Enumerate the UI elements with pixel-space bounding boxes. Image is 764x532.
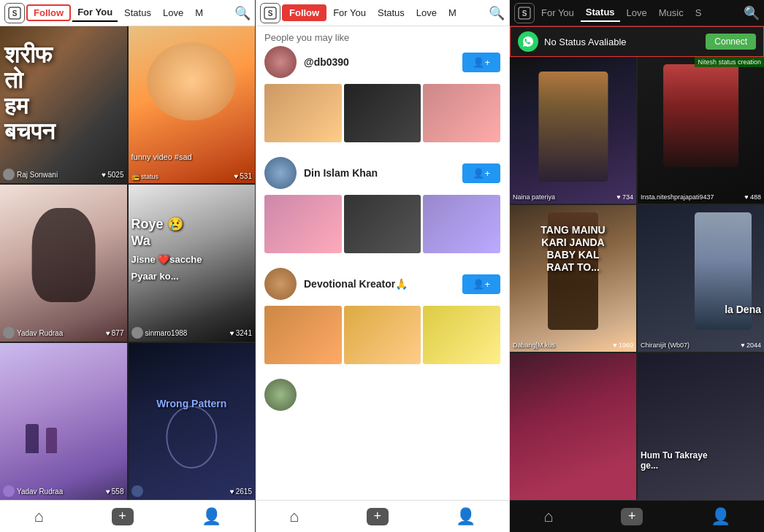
right-video-card-2[interactable]: Nitesh status creation Insta.niteshpraja… <box>638 57 764 204</box>
left-video-card-3[interactable]: Yadav Rudraa ♥ 877 <box>0 185 127 342</box>
right-status-banner: No Status Avaliable Connect <box>510 26 764 57</box>
left-card2-likes: ♥ 531 <box>234 172 252 180</box>
right-tab-s[interactable]: S <box>690 4 707 21</box>
mid-people-header: People you may like <box>256 26 509 46</box>
right-card4-author: Chiranijit (Wb07) <box>641 342 689 349</box>
left-card1-text: शरीफतोहमबचपन <box>4 42 55 145</box>
mid-search-icon[interactable]: 🔍 <box>489 5 505 21</box>
left-profile-icon[interactable]: 👤 <box>202 507 221 526</box>
right-search-icon[interactable]: 🔍 <box>744 5 760 21</box>
right-profile-icon[interactable]: 👤 <box>711 507 730 526</box>
mid-person-4-avatar <box>264 379 297 411</box>
mid-person-1-thumb-1 <box>264 84 342 142</box>
right-add-icon[interactable]: + <box>621 508 643 525</box>
mid-profile-icon[interactable]: 👤 <box>456 507 475 526</box>
right-card3-author: Dabang[M.kus <box>513 342 555 349</box>
right-card3-likes: ♥ 1960 <box>613 342 633 349</box>
mid-person-2-row: Din Islam Khan 👤+ <box>264 157 500 189</box>
mid-add-icon[interactable]: + <box>367 508 389 525</box>
mid-person-3-thumbs <box>264 306 500 364</box>
left-tab-love[interactable]: Love <box>158 4 188 21</box>
right-video-card-4[interactable]: la Dena Chiranijit (Wb07) ♥ 2044 <box>638 205 764 352</box>
mid-person-1-thumbs <box>264 84 500 142</box>
mid-tab-foryou[interactable]: For You <box>328 4 371 21</box>
right-status-text: No Status Avaliable <box>544 36 700 47</box>
mid-person-3-avatar <box>264 268 297 300</box>
right-card1-author: Naina pateriya <box>513 193 555 201</box>
mid-tab-more[interactable]: M <box>443 4 462 21</box>
right-bottom-nav: ⌂ + 👤 <box>510 500 764 532</box>
mid-person-1-avatar <box>264 46 297 78</box>
right-card2-bottom: Insta.niteshprajapati9437 ♥ 488 <box>641 193 761 201</box>
left-card3-avatar <box>3 327 15 339</box>
left-home-icon[interactable]: ⌂ <box>34 507 43 526</box>
left-video-card-5[interactable]: Yadav Rudraa ♥ 558 <box>0 343 127 500</box>
add-user-icon-2: 👤+ <box>473 168 490 179</box>
right-video-card-3[interactable]: TANG MAINUKARI JANDABABY KALRAAT TO... D… <box>510 205 636 352</box>
left-card1-avatar <box>3 169 15 180</box>
mid-person-3-thumb-3 <box>423 306 500 364</box>
right-tab-love[interactable]: Love <box>622 4 652 21</box>
left-tab-follow[interactable]: Follow <box>26 4 71 21</box>
right-card2-banner: Nitesh status creation <box>695 57 764 67</box>
mid-person-3-thumb-1 <box>264 306 342 364</box>
right-video-card-5[interactable] <box>510 353 636 500</box>
mid-person-2-thumb-3 <box>423 195 500 253</box>
mid-people-list: @db0390 👤+ Din Islam Khan 👤+ <box>256 46 509 500</box>
left-card3-bottom: Yadav Rudraa ♥ 877 <box>3 327 124 339</box>
left-video-card-6[interactable]: Wrong Pattern ♥ 2615 <box>129 343 256 500</box>
left-add-icon[interactable]: + <box>112 508 134 525</box>
left-logo: S <box>4 3 25 23</box>
left-video-card-4[interactable]: Roye 😢WaJisne ❤️sacchePyaar ko... sinmar… <box>129 185 256 342</box>
right-tab-music[interactable]: Music <box>654 4 689 21</box>
left-tab-foryou[interactable]: For You <box>72 4 118 22</box>
right-video-card-1[interactable]: Naina pateriya ♥ 734 <box>510 57 636 204</box>
mid-logo: S <box>260 3 280 23</box>
mid-person-2-avatar <box>264 157 297 189</box>
left-video-card-2[interactable]: funny video #sad 📻 status ♥ 531 <box>129 26 256 183</box>
left-panel: S Follow For You Status Love M 🔍 शरीफतोह… <box>0 0 256 532</box>
left-card2-author: 📻 status <box>131 173 159 180</box>
left-card5-bottom: Yadav Rudraa ♥ 558 <box>3 485 124 497</box>
right-connect-btn[interactable]: Connect <box>706 34 756 50</box>
right-panel: S For You Status Love Music S 🔍 No Statu… <box>510 0 764 532</box>
svg-text:S: S <box>522 9 527 18</box>
left-card3-likes: ♥ 877 <box>106 329 124 337</box>
left-card5-likes: ♥ 558 <box>106 487 124 496</box>
add-user-icon-3: 👤+ <box>473 279 490 290</box>
mid-nav-bar: S Follow For You Status Love M 🔍 <box>256 0 509 26</box>
right-card3-overlay: TANG MAINUKARI JANDABABY KALRAAT TO... <box>540 225 605 274</box>
left-search-icon[interactable]: 🔍 <box>234 5 251 21</box>
mid-home-icon[interactable]: ⌂ <box>289 507 299 526</box>
right-video-card-6[interactable]: Hum Tu Takrayege... <box>638 353 764 500</box>
right-card6-overlay: Hum Tu Takrayege... <box>641 450 708 471</box>
svg-text:S: S <box>12 9 18 18</box>
right-card1-likes: ♥ 734 <box>616 193 633 201</box>
mid-person-3: Devotional Kreator🙏 👤+ <box>264 268 500 364</box>
right-tab-foryou[interactable]: For You <box>536 4 579 21</box>
mid-person-1-follow-btn[interactable]: 👤+ <box>462 53 500 72</box>
left-card1-bottom: Raj Sonwani ♥ 5025 <box>3 169 124 180</box>
right-home-icon[interactable]: ⌂ <box>543 507 553 526</box>
left-card1-likes: ♥ 5025 <box>102 171 123 179</box>
right-card3-bottom: Dabang[M.kus ♥ 1960 <box>513 342 633 349</box>
left-card4-bottom: sinmaro1988 ♥ 3241 <box>131 327 253 339</box>
left-card4-avatar <box>131 327 143 339</box>
mid-tab-status[interactable]: Status <box>373 4 410 21</box>
left-card6-likes: ♥ 2615 <box>230 487 252 496</box>
right-card2-author: Insta.niteshprajapati9437 <box>641 193 714 201</box>
left-video-card-1[interactable]: शरीफतोहमबचपन Raj Sonwani ♥ 5025 <box>0 26 127 183</box>
mid-tab-love[interactable]: Love <box>411 4 442 21</box>
mid-person-2-follow-btn[interactable]: 👤+ <box>462 163 500 183</box>
left-video-grid: शरीफतोहमबचपन Raj Sonwani ♥ 5025 funny vi… <box>0 26 255 500</box>
mid-tab-follow[interactable]: Follow <box>282 4 326 21</box>
left-tab-status[interactable]: Status <box>119 4 156 21</box>
left-tab-more[interactable]: M <box>190 4 208 21</box>
right-tab-status[interactable]: Status <box>581 4 620 22</box>
mid-person-1: @db0390 👤+ <box>264 46 500 142</box>
right-nav-bar: S For You Status Love Music S 🔍 <box>510 0 764 26</box>
mid-person-3-follow-btn[interactable]: 👤+ <box>462 274 500 294</box>
mid-person-2-thumb-1 <box>264 195 342 253</box>
mid-person-1-thumb-2 <box>344 84 421 142</box>
left-card4-text: Roye 😢WaJisne ❤️sacchePyaar ko... <box>131 216 253 285</box>
